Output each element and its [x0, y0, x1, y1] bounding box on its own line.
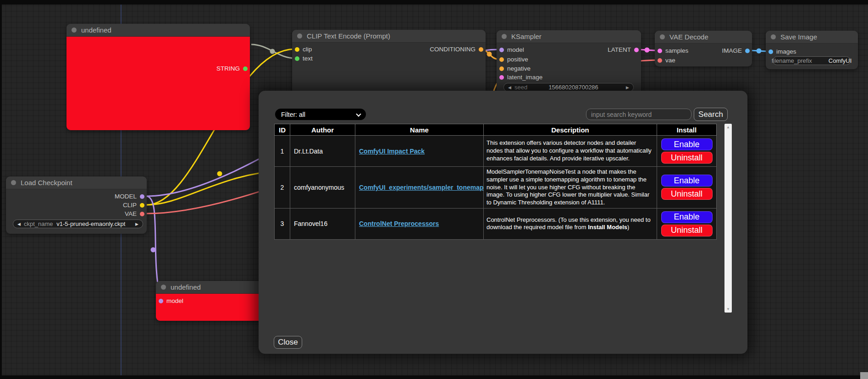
clip-input-dot[interactable]	[295, 47, 299, 52]
node-vae-decode[interactable]: VAE Decode samples vae IMAGE	[655, 31, 752, 66]
filter-select[interactable]: Filter: all	[275, 109, 366, 120]
node-title: undefined	[81, 26, 111, 34]
node-collapse-dot-icon[interactable]	[72, 27, 77, 33]
enable-button[interactable]: Enable	[661, 211, 713, 223]
node-title-bar[interactable]: VAE Decode	[655, 31, 752, 44]
enable-button[interactable]: Enable	[661, 175, 713, 187]
wire-dot-image[interactable]	[757, 49, 762, 54]
input-slot-samples[interactable]: samples	[658, 47, 688, 54]
widget-value[interactable]: 156680208700286	[548, 84, 604, 91]
cell-name: ControlNet Preprocessors	[355, 208, 484, 239]
cell-install: Enable Uninstall	[657, 136, 717, 167]
widget-increment-icon[interactable]: ▶	[135, 222, 138, 226]
samples-input-dot[interactable]	[658, 49, 662, 53]
cell-description: ControlNet Preprocessors. (To use this e…	[484, 208, 657, 239]
node-title-bar[interactable]: KSampler	[497, 30, 641, 43]
input-slot-clip[interactable]: clip	[295, 46, 312, 53]
positive-input-dot[interactable]	[499, 57, 504, 62]
output-slot-conditioning[interactable]: CONDITIONING	[430, 46, 483, 53]
cell-install: Enable Uninstall	[657, 208, 717, 239]
output-slot-string[interactable]: STRING	[216, 65, 248, 72]
node-title-bar[interactable]: undefined	[66, 24, 250, 37]
uninstall-button[interactable]: Uninstall	[661, 152, 713, 164]
wire-dot-clip[interactable]	[217, 171, 222, 176]
widget-value[interactable]: v1-5-pruned-emaonly.ckpt	[56, 220, 132, 227]
text-input-dot[interactable]	[295, 56, 299, 61]
wire-dot-conditioning[interactable]	[487, 52, 492, 57]
conditioning-output-dot[interactable]	[479, 47, 483, 52]
uninstall-button[interactable]: Uninstall	[661, 225, 713, 236]
node-undefined-top[interactable]: undefined STRING	[66, 24, 250, 130]
string-output-dot[interactable]	[243, 66, 248, 71]
vae-input-dot[interactable]	[658, 58, 662, 63]
vae-output-dot[interactable]	[140, 212, 144, 216]
extension-manager-dialog: Filter: all Search ID Author Name Descri…	[259, 91, 747, 354]
node-collapse-dot-icon[interactable]	[771, 34, 776, 39]
search-input[interactable]	[586, 109, 691, 120]
close-button[interactable]: Close	[274, 336, 302, 349]
wire-dot-latent[interactable]	[645, 48, 650, 53]
node-collapse-dot-icon[interactable]	[660, 34, 665, 39]
node-title-bar[interactable]: Load Checkpoint	[6, 176, 147, 189]
latent-output-dot[interactable]	[634, 48, 639, 52]
cell-name: ComfyUI Impact Pack	[355, 136, 484, 167]
widget-increment-icon[interactable]: ▶	[626, 85, 629, 90]
output-slot-clip[interactable]: CLIP	[123, 202, 144, 209]
node-title: Save Image	[780, 33, 817, 41]
extension-link[interactable]: ControlNet Preprocessors	[359, 220, 439, 227]
resize-corner[interactable]	[860, 372, 868, 379]
output-slot-model[interactable]: MODEL	[115, 193, 144, 200]
cell-id: 1	[275, 136, 290, 167]
wire-dot-string[interactable]	[270, 49, 275, 54]
ckpt-name-widget[interactable]: ◀ ckpt_name v1-5-pruned-emaonly.ckpt ▶	[13, 220, 143, 228]
window-edge-bottom	[0, 375, 868, 379]
input-slot-text[interactable]: text	[295, 55, 313, 62]
widget-decrement-icon[interactable]: ◀	[508, 85, 511, 90]
model-input-dot[interactable]	[159, 299, 163, 303]
node-title-bar[interactable]: undefined	[156, 281, 273, 294]
node-title-bar[interactable]: Save Image	[766, 31, 858, 44]
images-input-dot[interactable]	[768, 49, 773, 54]
clip-output-dot[interactable]	[140, 203, 144, 208]
scroll-down-icon[interactable]: ▼	[724, 307, 732, 311]
output-slot-vae[interactable]: VAE	[125, 210, 144, 217]
node-undefined-bottom[interactable]: undefined model	[156, 281, 273, 321]
extension-link[interactable]: ComfyUI Impact Pack	[359, 148, 425, 155]
extension-link[interactable]: ComfyUI_experiments/sampler_tonemap	[359, 184, 484, 191]
node-save-image[interactable]: Save Image images filename_prefix ComfyU…	[766, 31, 858, 69]
node-title-bar[interactable]: CLIP Text Encode (Prompt)	[292, 30, 486, 43]
slot-label: latent_image	[507, 74, 542, 81]
enable-button[interactable]: Enable	[661, 138, 713, 150]
table-row: 3 Fannovel16 ControlNet Preprocessors Co…	[275, 208, 717, 239]
wire-dot-model[interactable]	[151, 247, 156, 253]
widget-value[interactable]: ComfyUI	[829, 57, 852, 64]
cell-name: ComfyUI_experiments/sampler_tonemap	[355, 167, 484, 209]
input-slot-vae[interactable]: vae	[658, 57, 675, 64]
input-slot-positive[interactable]: positive	[499, 56, 528, 63]
scroll-up-icon[interactable]: ▲	[724, 125, 732, 129]
table-scrollbar[interactable]: ▲ ▼	[724, 124, 732, 313]
output-slot-image[interactable]: IMAGE	[722, 47, 750, 54]
search-button[interactable]: Search	[694, 108, 728, 121]
cell-id: 3	[275, 208, 290, 239]
node-collapse-dot-icon[interactable]	[161, 285, 166, 290]
negative-input-dot[interactable]	[499, 66, 504, 71]
input-slot-model[interactable]: model	[159, 297, 183, 304]
image-output-dot[interactable]	[745, 49, 750, 53]
input-slot-model[interactable]: model	[499, 46, 524, 53]
node-collapse-dot-icon[interactable]	[502, 34, 507, 39]
input-slot-negative[interactable]: negative	[499, 65, 531, 72]
uninstall-button[interactable]: Uninstall	[661, 188, 713, 200]
model-input-dot[interactable]	[499, 48, 504, 52]
node-collapse-dot-icon[interactable]	[11, 180, 16, 185]
input-slot-images[interactable]: images	[768, 48, 796, 55]
node-load-checkpoint[interactable]: Load Checkpoint MODEL CLIP VAE ◀ ckpt_na…	[6, 176, 147, 234]
model-output-dot[interactable]	[140, 194, 144, 199]
widget-decrement-icon[interactable]: ◀	[17, 222, 21, 226]
latent-image-input-dot[interactable]	[499, 75, 504, 80]
header-author: Author	[290, 124, 355, 136]
filename-prefix-widget[interactable]: filename_prefix ComfyUI	[773, 56, 851, 65]
node-collapse-dot-icon[interactable]	[297, 33, 302, 38]
input-slot-latent-image[interactable]: latent_image	[499, 74, 542, 81]
output-slot-latent[interactable]: LATENT	[608, 46, 639, 53]
